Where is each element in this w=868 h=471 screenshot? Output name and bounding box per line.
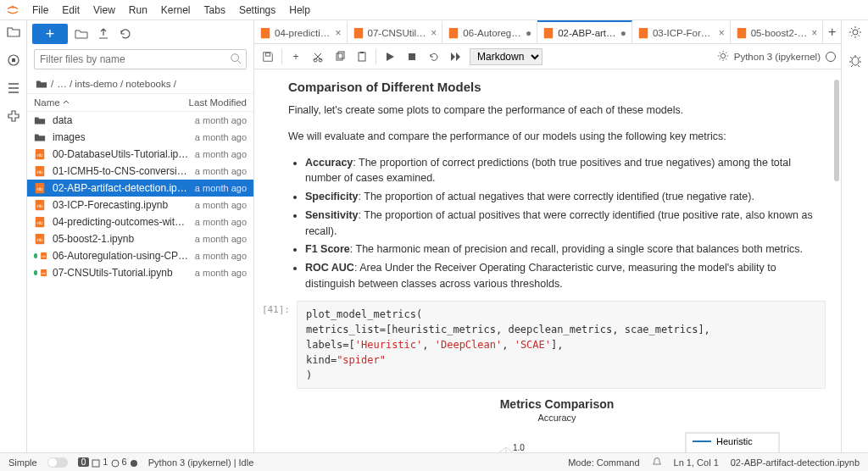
- refresh-icon[interactable]: [117, 25, 134, 42]
- close-icon[interactable]: ×: [811, 27, 817, 39]
- svg-text:nb: nb: [37, 236, 43, 242]
- menu-file[interactable]: File: [25, 4, 55, 16]
- filter-files-input[interactable]: [34, 49, 247, 69]
- tab[interactable]: 04-predicting-outc×: [254, 20, 348, 43]
- save-icon[interactable]: [259, 48, 276, 65]
- upload-icon[interactable]: [95, 25, 112, 42]
- menu-run[interactable]: Run: [122, 4, 154, 16]
- close-icon[interactable]: ×: [719, 27, 725, 39]
- menu-kernel[interactable]: Kernel: [154, 4, 198, 16]
- file-row[interactable]: nb01-ICMH5-to-CNS-conversion.ipynba mont…: [27, 163, 253, 180]
- markdown-bullet: Accuracy: The proportion of correct pred…: [305, 155, 826, 187]
- run-icon[interactable]: [381, 48, 398, 65]
- notebook-icon: nb: [34, 216, 47, 228]
- status-lncol[interactable]: Ln 1, Col 1: [674, 457, 719, 468]
- search-icon: [230, 53, 242, 67]
- status-counts[interactable]: 0 1 6: [78, 457, 138, 467]
- radar-plot: 0.2 0.4 0.6 0.8 1.0 Specificity F1 Heuri…: [320, 426, 794, 453]
- close-icon[interactable]: ×: [431, 27, 437, 39]
- svg-rect-24: [639, 27, 648, 37]
- paste-icon[interactable]: [353, 48, 370, 65]
- file-row[interactable]: nb05-boost2-1.ipynba month ago: [27, 230, 253, 247]
- add-cell-icon[interactable]: +: [287, 48, 304, 65]
- kernel-name[interactable]: Python 3 (ipykernel): [734, 52, 821, 62]
- plot-title: Metrics Comparison: [288, 397, 826, 411]
- svg-rect-23: [544, 27, 554, 37]
- scrollbar[interactable]: [834, 80, 839, 181]
- file-row[interactable]: nb02-ABP-artifact-detection.ipynba month…: [27, 180, 253, 197]
- file-row[interactable]: imagesa month ago: [27, 129, 253, 146]
- menu-edit[interactable]: Edit: [55, 4, 86, 16]
- markdown-bullet: Sensitivity: The proportion of actual po…: [305, 208, 826, 240]
- simple-toggle-label: Simple: [8, 457, 37, 468]
- file-name: 04-predicting-outcomes-with-CBR.i...: [53, 216, 195, 228]
- status-kernel[interactable]: Python 3 (ipykernel) | Idle: [148, 457, 254, 468]
- new-tab-button[interactable]: +: [823, 20, 841, 43]
- menu-settings[interactable]: Settings: [232, 4, 282, 16]
- dirty-indicator[interactable]: ●: [620, 27, 626, 39]
- notification-icon[interactable]: [652, 457, 662, 468]
- menu-help[interactable]: Help: [282, 4, 317, 16]
- notebook-icon: nb: [34, 165, 47, 177]
- notebook-toolbar: + Markdown Python 3 (ipykernel): [254, 44, 841, 69]
- left-activity-bar: [0, 20, 27, 452]
- plot-axis-top: Accuracy: [288, 413, 826, 423]
- jupyter-logo: [5, 3, 20, 18]
- fast-forward-icon[interactable]: [448, 48, 465, 65]
- right-activity-bar: [841, 20, 868, 452]
- tab-label: 06-Autoregulation-: [463, 28, 522, 38]
- svg-text:nb: nb: [37, 186, 43, 191]
- notebook-icon: nb: [34, 148, 47, 160]
- running-icon[interactable]: [7, 53, 20, 69]
- toc-icon[interactable]: [7, 81, 20, 97]
- file-row[interactable]: nb00-DatabaseUtils-Tutorial.ipynba month…: [27, 146, 253, 163]
- breadcrumb[interactable]: /… / ints-demo / notebooks /: [27, 75, 253, 93]
- plot-legend: Heuristic DeepClean SCAE: [686, 433, 779, 453]
- restart-icon[interactable]: [426, 48, 442, 65]
- property-inspector-icon[interactable]: [849, 25, 862, 42]
- close-icon[interactable]: ×: [336, 27, 342, 39]
- tab-label: 03-ICP-Forecasting: [653, 28, 715, 38]
- svg-text:nb: nb: [37, 219, 43, 225]
- tab[interactable]: 02-ABP-artifact-de●: [537, 20, 632, 43]
- debugger-icon[interactable]: [849, 53, 862, 69]
- file-row[interactable]: dataa month ago: [27, 112, 253, 129]
- file-row[interactable]: nb04-predicting-outcomes-with-CBR.i...a …: [27, 213, 253, 230]
- code-area[interactable]: plot_model_metrics( metrics_list=[heuris…: [297, 301, 826, 389]
- notebook-icon: nb: [34, 250, 47, 262]
- notebook-icon: [259, 27, 271, 39]
- dirty-indicator[interactable]: ●: [526, 27, 531, 39]
- svg-text:nb: nb: [37, 202, 43, 208]
- folder-icon[interactable]: [7, 25, 20, 42]
- status-file: 02-ABP-artifact-detection.ipynb: [731, 457, 860, 468]
- svg-text:nb: nb: [37, 169, 43, 175]
- file-row[interactable]: nb03-ICP-Forecasting.ipynba month ago: [27, 197, 253, 213]
- cell-prompt: [41]:: [254, 301, 297, 389]
- stop-icon[interactable]: [403, 48, 420, 65]
- new-folder-icon[interactable]: [73, 25, 90, 42]
- code-cell[interactable]: [41]: plot_model_metrics( metrics_list=[…: [254, 301, 826, 389]
- notebook-body[interactable]: Comparison of Different Models Finally, …: [254, 69, 841, 452]
- menu-tabs[interactable]: Tabs: [198, 4, 232, 16]
- simple-toggle[interactable]: [47, 457, 68, 468]
- file-row[interactable]: nb07-CNSUtils-Tutorial.ipynba month ago: [27, 264, 253, 281]
- menu-view[interactable]: View: [86, 4, 122, 16]
- tab[interactable]: 05-boost2-1.ipynb×: [731, 20, 824, 43]
- file-row[interactable]: nb06-Autoregulation-using-CPPOpt.ip...a …: [27, 247, 253, 264]
- markdown-bullet: ROC AUC: Area Under the Receiver Operati…: [305, 260, 826, 292]
- tab[interactable]: 06-Autoregulation-●: [442, 20, 537, 43]
- copy-icon[interactable]: [331, 48, 348, 65]
- extension-icon[interactable]: [7, 109, 20, 125]
- status-bar: Simple 0 1 6 Python 3 (ipykernel) | Idle…: [0, 452, 868, 471]
- tab[interactable]: 03-ICP-Forecasting×: [632, 20, 731, 43]
- column-name[interactable]: Name: [34, 97, 189, 108]
- svg-rect-30: [338, 52, 344, 58]
- new-launcher-button[interactable]: +: [32, 24, 68, 44]
- tab[interactable]: 07-CNSUtils-Tutori×: [348, 20, 443, 43]
- kernel-gear-icon[interactable]: [717, 50, 729, 64]
- svg-point-34: [721, 53, 725, 58]
- file-modified: a month ago: [195, 132, 247, 142]
- celltype-select[interactable]: Markdown: [470, 48, 542, 65]
- column-modified[interactable]: Last Modified: [189, 97, 247, 108]
- cut-icon[interactable]: [309, 48, 326, 65]
